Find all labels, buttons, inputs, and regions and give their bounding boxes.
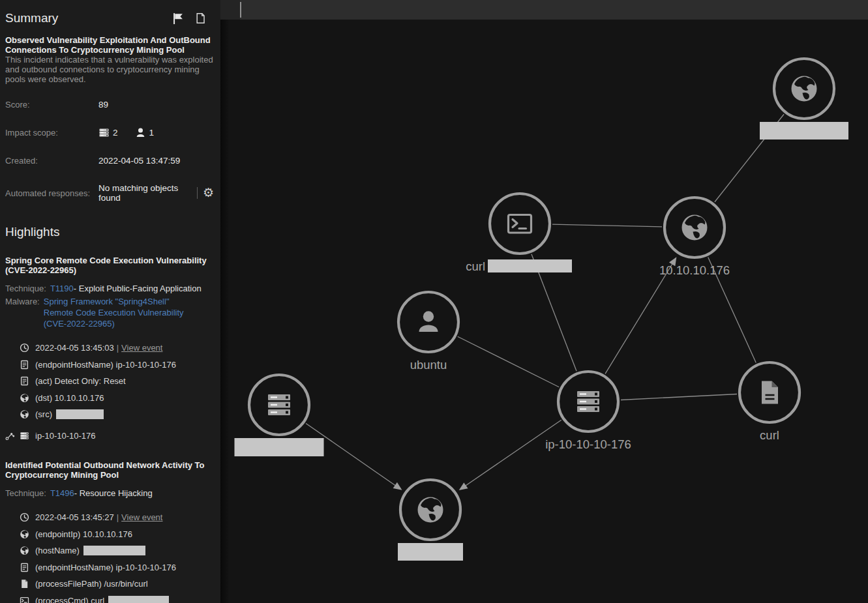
technique-link[interactable]: T1190 [50, 283, 74, 294]
graph-node-mining-pool-redacted[interactable] [400, 480, 460, 540]
highlight-title: Spring Core Remote Code Execution Vulner… [5, 256, 214, 275]
field-impact-scope: Impact scope: 2 1 [5, 127, 214, 138]
edge-arrowhead [459, 482, 468, 490]
graph-node-ip-10-10-10-176[interactable] [665, 198, 725, 257]
redacted-value [108, 596, 169, 603]
field-created: Created: 2022-04-05 13:47:59 [5, 156, 214, 166]
attack-graph: curl10.10.10.176ubuntuip-10-10-10-176cur… [220, 20, 868, 603]
separator: | [117, 512, 119, 522]
event-text: (processCmd) curl [35, 596, 104, 603]
graph-area: curl10.10.10.176ubuntuip-10-10-10-176cur… [220, 0, 868, 603]
event-row: (act) Detect Only: Reset [20, 373, 214, 390]
toolbar-divider [240, 2, 241, 18]
event-text: 2022-04-05 13:45:27 [35, 512, 114, 522]
highlight-card: Spring Core Remote Code Execution Vulner… [5, 256, 214, 444]
score-label: Score: [5, 100, 98, 110]
technique-name: - Resource Hijacking [74, 488, 153, 499]
globe-icon [418, 497, 443, 523]
globe-icon [20, 409, 29, 419]
terminal-icon [20, 596, 29, 603]
node-label: 10.10.10.176 [659, 263, 730, 277]
user-icon [135, 127, 146, 138]
malware-link[interactable]: Spring Framework "Spring4Shell" Remote C… [44, 296, 198, 329]
responses-value: No matching objects found [98, 183, 191, 203]
event-text: (endpointIp) 10.10.10.176 [35, 529, 132, 539]
clock-icon [20, 343, 29, 353]
workbench-root: Summary Observed Vulnerability Exploitat… [0, 0, 868, 603]
graph-edge [605, 263, 672, 374]
document-icon [20, 376, 29, 386]
summary-panel: Summary Observed Vulnerability Exploitat… [0, 0, 220, 603]
event-text: (endpointHostName) ip-10-10-10-176 [35, 360, 176, 370]
summary-header: Summary [5, 11, 214, 25]
created-value: 2022-04-05 13:47:59 [98, 156, 180, 166]
event-text: (endpointHostName) ip-10-10-10-176 [35, 563, 176, 572]
globe-icon [20, 393, 29, 403]
graph-edge [466, 420, 561, 486]
divider [197, 187, 198, 199]
graph-node-host-ip-10-10-10-176[interactable] [558, 372, 618, 432]
highlight-card: Identified Potential Outbound Network Ac… [5, 460, 214, 603]
globe-icon [792, 76, 817, 102]
flag-icon[interactable] [172, 12, 185, 25]
node-label: ip-10-10-10-176 [545, 437, 631, 451]
document-icon [20, 563, 29, 572]
highlights-title: Highlights [5, 225, 214, 239]
incident-description: This incident indicates that a vulnerabi… [5, 55, 214, 84]
event-list: 2022-04-05 13:45:27|View event(endpointI… [20, 509, 214, 603]
redacted-label [488, 259, 572, 272]
event-text: (processFilePath) /usr/bin/curl [35, 579, 148, 589]
responses-label: Automated responses: [5, 188, 98, 198]
server-icon [20, 431, 29, 441]
gear-icon[interactable]: ⚙ [203, 188, 214, 198]
note-icon[interactable] [195, 12, 206, 24]
server-icon [98, 127, 110, 138]
graph-node-remote-ip-redacted[interactable] [774, 59, 834, 119]
impacted-entity[interactable]: ip-10-10-10-176 [5, 428, 214, 445]
summary-fields: Score: 89 Impact scope: 2 1 Created: 202… [5, 100, 214, 203]
malware-label: Malware: [5, 296, 40, 329]
redacted-value [56, 409, 104, 419]
technique-row: Technique:T1496 - Resource Hijacking [5, 488, 214, 499]
redacted-label [760, 122, 848, 140]
event-row: (src) [20, 406, 214, 423]
globe-icon [20, 529, 29, 539]
server-icon [577, 391, 599, 412]
toolbar-segment [220, 0, 240, 20]
node-label: curl [760, 428, 779, 442]
edge-arrowhead [393, 482, 402, 490]
event-text: (src) [35, 409, 52, 419]
event-text: (dst) 10.10.10.176 [35, 393, 104, 403]
event-row: (hostName) [20, 542, 214, 559]
graph-node-user-ubuntu[interactable] [398, 292, 458, 352]
impact-user-count: 1 [149, 128, 155, 138]
graph-node-host-redacted[interactable] [249, 375, 309, 435]
technique-row: Technique:T1190 - Exploit Public-Facing … [5, 283, 214, 294]
file-icon [20, 579, 29, 589]
malware-row: Malware:Spring Framework "Spring4Shell" … [5, 296, 214, 329]
graph-node-process-curl[interactable] [490, 194, 550, 254]
related-icon [5, 431, 15, 441]
view-event-link[interactable]: View event [121, 343, 162, 353]
node-label: ubuntu [410, 358, 447, 372]
view-event-link[interactable]: View event [121, 512, 162, 522]
technique-link[interactable]: T1496 [50, 488, 74, 499]
event-text: (act) Detect Only: Reset [35, 376, 126, 386]
graph-edge [458, 336, 559, 387]
clock-icon [20, 512, 29, 522]
incident-title: Observed Vulnerability Exploitation And … [5, 35, 214, 55]
redacted-value [83, 546, 145, 555]
highlights-list: Spring Core Remote Code Execution Vulner… [5, 256, 214, 603]
impact-scope-label: Impact scope: [5, 128, 98, 138]
node-label: curl [466, 259, 485, 273]
event-row: 2022-04-05 13:45:03|View event [20, 340, 214, 357]
server-icon [268, 394, 290, 415]
technique-name: - Exploit Public-Facing Application [74, 283, 202, 294]
highlight-title: Identified Potential Outbound Network Ac… [5, 460, 214, 480]
created-label: Created: [5, 156, 98, 166]
event-row: (processFilePath) /usr/bin/curl [20, 576, 214, 593]
graph-edge [552, 224, 662, 227]
event-row: 2022-04-05 13:45:27|View event [20, 509, 214, 526]
graph-node-file-curl[interactable] [740, 362, 800, 422]
score-value: 89 [98, 100, 108, 110]
